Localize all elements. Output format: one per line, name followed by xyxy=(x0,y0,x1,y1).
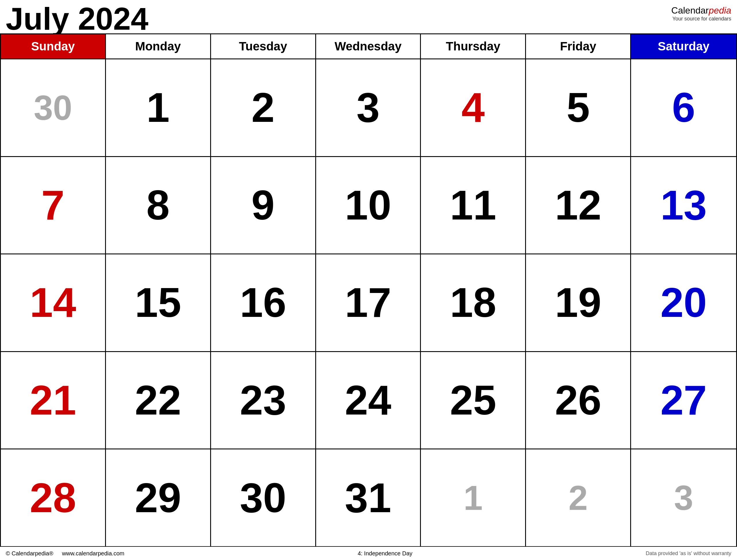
day-number: 20 xyxy=(660,282,707,323)
day-number: 28 xyxy=(30,477,76,519)
header-tuesday: Tuesday xyxy=(211,34,316,58)
day-cell-9: 9 xyxy=(211,157,316,254)
day-cell-7: 7 xyxy=(1,157,106,254)
day-number: 1 xyxy=(463,480,483,515)
day-cell-14: 14 xyxy=(1,254,106,351)
calendar-weeks: 30 1 2 3 4 5 6 xyxy=(1,59,736,546)
day-cell-25: 25 xyxy=(421,352,526,449)
day-number: 14 xyxy=(30,282,76,323)
day-headers-row: Sunday Monday Tuesday Wednesday Thursday… xyxy=(1,34,736,59)
day-number: 17 xyxy=(345,282,391,323)
day-cell-8: 8 xyxy=(106,157,211,254)
day-cell-6: 6 xyxy=(631,59,736,156)
holiday-note: 4: Independence Day xyxy=(358,550,412,557)
calendar-footer: © Calendarpedia® www.calendarpedia.com 4… xyxy=(0,546,737,560)
day-number: 26 xyxy=(555,379,601,421)
calendar-grid: Sunday Monday Tuesday Wednesday Thursday… xyxy=(0,33,737,546)
day-cell-31: 31 xyxy=(316,449,421,546)
header-wednesday: Wednesday xyxy=(316,34,421,58)
week-row-3: 14 15 16 17 18 19 20 xyxy=(1,254,736,352)
day-number: 15 xyxy=(135,282,181,323)
day-cell-30: 30 xyxy=(211,449,316,546)
day-number: 12 xyxy=(555,184,601,226)
week-row-4: 21 22 23 24 25 26 27 xyxy=(1,352,736,450)
day-number: 5 xyxy=(566,87,590,128)
website-url: www.calendarpedia.com xyxy=(62,550,124,557)
day-number: 4 xyxy=(461,87,485,128)
day-cell-1-next: 1 xyxy=(421,449,526,546)
day-number: 3 xyxy=(357,87,380,128)
copyright-text: © Calendarpedia® xyxy=(6,550,53,557)
day-cell-24: 24 xyxy=(316,352,421,449)
day-cell-27: 27 xyxy=(631,352,736,449)
brand-name: Calendarpedia xyxy=(671,5,731,16)
day-number: 10 xyxy=(345,184,391,226)
month-title: July 2024 xyxy=(6,3,148,35)
disclaimer-text: Data provided 'as is' without warranty xyxy=(646,550,731,557)
day-number: 11 xyxy=(450,184,496,226)
day-cell-3: 3 xyxy=(316,59,421,156)
day-number: 24 xyxy=(345,379,391,421)
week-row-1: 30 1 2 3 4 5 6 xyxy=(1,59,736,157)
day-number: 27 xyxy=(660,379,707,421)
header-monday: Monday xyxy=(106,34,211,58)
day-cell-23: 23 xyxy=(211,352,316,449)
day-number: 30 xyxy=(34,90,72,125)
header-saturday: Saturday xyxy=(631,34,736,58)
day-number: 2 xyxy=(569,480,588,515)
day-number: 21 xyxy=(30,379,76,421)
day-cell-17: 17 xyxy=(316,254,421,351)
day-cell-29: 29 xyxy=(106,449,211,546)
day-number: 6 xyxy=(672,87,695,128)
day-cell-15: 15 xyxy=(106,254,211,351)
day-number: 7 xyxy=(41,184,65,226)
day-number: 30 xyxy=(240,477,286,519)
day-cell-16: 16 xyxy=(211,254,316,351)
day-number: 9 xyxy=(251,184,275,226)
day-cell-26: 26 xyxy=(526,352,631,449)
header-sunday: Sunday xyxy=(1,34,106,58)
day-cell-28: 28 xyxy=(1,449,106,546)
calendar-page: July 2024 Calendarpedia Your source for … xyxy=(0,0,737,560)
day-number: 19 xyxy=(555,282,601,323)
week-row-2: 7 8 9 10 11 12 13 xyxy=(1,157,736,255)
day-cell-21: 21 xyxy=(1,352,106,449)
day-cell-2: 2 xyxy=(211,59,316,156)
header-thursday: Thursday xyxy=(421,34,526,58)
day-cell-12: 12 xyxy=(526,157,631,254)
day-cell-19: 19 xyxy=(526,254,631,351)
day-number: 1 xyxy=(146,87,170,128)
day-cell-18: 18 xyxy=(421,254,526,351)
day-cell-11: 11 xyxy=(421,157,526,254)
day-cell-1: 1 xyxy=(106,59,211,156)
day-number: 31 xyxy=(345,477,391,519)
day-cell-10: 10 xyxy=(316,157,421,254)
day-number: 25 xyxy=(450,379,496,421)
footer-left: © Calendarpedia® www.calendarpedia.com xyxy=(6,550,124,557)
header-friday: Friday xyxy=(526,34,631,58)
brand-emphasis: pedia xyxy=(709,5,731,16)
day-number: 8 xyxy=(146,184,170,226)
day-cell-30-prev: 30 xyxy=(1,59,106,156)
day-cell-22: 22 xyxy=(106,352,211,449)
day-cell-2-next: 2 xyxy=(526,449,631,546)
day-number: 29 xyxy=(135,477,181,519)
day-number: 13 xyxy=(660,184,707,226)
day-number: 22 xyxy=(135,379,181,421)
day-cell-4: 4 xyxy=(421,59,526,156)
day-number: 2 xyxy=(251,87,275,128)
day-cell-20: 20 xyxy=(631,254,736,351)
calendar-header: July 2024 Calendarpedia Your source for … xyxy=(0,0,737,33)
day-number: 3 xyxy=(674,480,693,515)
brand-logo: Calendarpedia Your source for calendars xyxy=(671,3,731,22)
day-number: 23 xyxy=(240,379,286,421)
week-row-5: 28 29 30 31 1 2 3 xyxy=(1,449,736,546)
day-cell-3-next: 3 xyxy=(631,449,736,546)
day-cell-5: 5 xyxy=(526,59,631,156)
day-number: 16 xyxy=(240,282,286,323)
day-cell-13: 13 xyxy=(631,157,736,254)
day-number: 18 xyxy=(450,282,496,323)
brand-tagline: Your source for calendars xyxy=(671,16,731,22)
